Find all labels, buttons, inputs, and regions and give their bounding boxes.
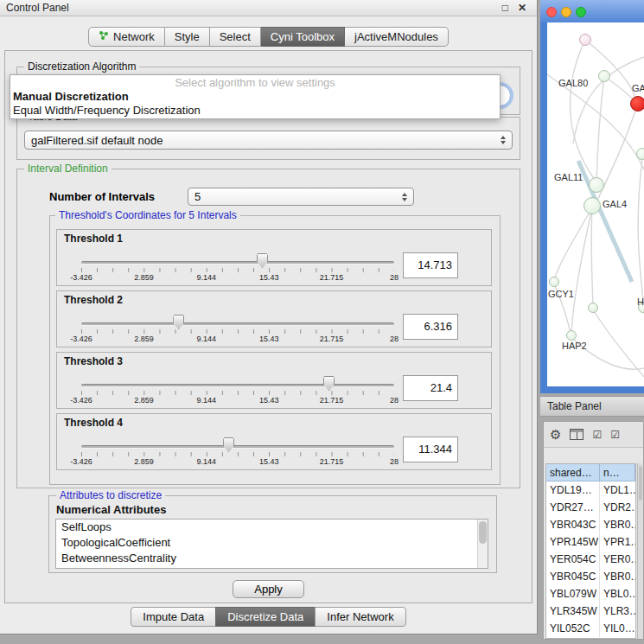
cell: YDL1… [600, 481, 635, 499]
network-node[interactable] [566, 330, 577, 341]
tab-label: Style [175, 30, 200, 43]
table-row[interactable]: YBL079WYBL0… [546, 585, 635, 603]
node-label: H [637, 296, 644, 307]
group-title: Discretization Algorithm [24, 61, 139, 73]
table-data-combobox[interactable]: galFiltered.sif default node [24, 131, 513, 150]
tab-jactivemnodules[interactable]: jActiveMNodules [345, 27, 449, 47]
table-scrollbar[interactable] [637, 463, 643, 639]
slider-track[interactable] [81, 261, 394, 265]
tab-cyni-toolbox[interactable]: Cyni Toolbox [261, 27, 345, 47]
list-item[interactable]: TopologicalCoefficient [56, 535, 488, 551]
scale-label: 2.859 [134, 335, 154, 343]
number-of-intervals-combobox[interactable]: 5 [188, 188, 414, 206]
table-panel-toolbar: ⚙ ☑ ☑ [544, 422, 643, 448]
network-node[interactable] [598, 70, 610, 82]
tab-impute-data[interactable]: Impute Data [131, 607, 216, 627]
scale-label: 2.859 [134, 273, 154, 282]
cell: YBL079W [546, 585, 600, 603]
table-row[interactable]: YDL19…YDL1… [546, 481, 635, 499]
desktop: Control Panel □ ✕ Network Style Select C… [0, 0, 644, 644]
threshold-1-box: Threshold 1 -3.426 2.859 9.144 15.43 21.… [56, 229, 492, 286]
scale-label: -3.426 [70, 457, 92, 466]
cell: YDL19… [546, 481, 600, 499]
checkbox-icon[interactable]: ☑ [610, 429, 620, 441]
threshold-3-value-field[interactable]: 21.4 [403, 375, 458, 401]
close-window-icon[interactable]: ✕ [518, 0, 526, 16]
list-scrollbar[interactable] [477, 520, 488, 568]
table-row[interactable]: YIL052CYIL0… [546, 620, 635, 637]
tab-label: Network [113, 30, 155, 43]
network-node[interactable] [636, 148, 644, 160]
spinner-icon [501, 136, 506, 144]
threshold-2-value-field[interactable]: 6.316 [403, 314, 458, 340]
list-item[interactable]: BetweennessCentrality [56, 551, 488, 566]
close-button[interactable] [546, 7, 557, 17]
slider-ticks [81, 268, 394, 272]
slider-track[interactable] [81, 384, 394, 387]
table-row[interactable]: YPR145WYPR1… [546, 533, 635, 551]
threshold-4-value-field[interactable]: 11.344 [403, 437, 458, 462]
dropdown-hint: Select algorithm to view settings [10, 76, 500, 90]
group-title: Threshold's Coordinates for 5 Intervals [55, 209, 240, 221]
network-icon [99, 30, 109, 43]
network-node[interactable] [583, 197, 601, 214]
dropdown-item-equal-width[interactable]: Equal Width/Frequency Discretization [10, 104, 500, 118]
list-item[interactable]: SelfLoops [56, 520, 488, 535]
table-panel: ⚙ ☑ ☑ shared… n… YDL19…YDL1… YDR27…YDR2…… [543, 421, 644, 640]
cell: YLR3… [600, 603, 635, 620]
cell: YER054C [546, 551, 600, 568]
network-node[interactable] [549, 277, 559, 287]
checkbox-icon[interactable]: ☑ [592, 429, 602, 441]
threshold-1-value-field[interactable]: 14.713 [403, 252, 458, 278]
cell: YBR0… [600, 516, 635, 533]
tab-network[interactable]: Network [88, 27, 165, 47]
slider-track[interactable] [81, 322, 394, 326]
threshold-2-slider: -3.426 2.859 9.144 15.43 21.715 28 [81, 312, 394, 347]
scale-label: 21.715 [320, 396, 344, 405]
network-node[interactable] [579, 34, 591, 46]
slider-ticks [81, 391, 394, 395]
tab-discretize-data[interactable]: Discretize Data [215, 607, 316, 627]
number-of-intervals-label: Number of Intervals [49, 190, 155, 203]
table-row[interactable]: YLR345WYLR3… [546, 603, 635, 620]
cell: YBR043C [546, 516, 600, 533]
float-window-icon[interactable]: □ [502, 0, 508, 16]
tab-select[interactable]: Select [210, 27, 261, 47]
slider-track[interactable] [81, 445, 394, 449]
gear-icon[interactable]: ⚙ [550, 427, 561, 443]
network-node[interactable] [589, 177, 604, 193]
column-header[interactable]: n… [600, 464, 635, 481]
slider-thumb[interactable] [173, 315, 184, 329]
slider-thumb[interactable] [257, 253, 268, 268]
table-header-row: shared… n… [546, 464, 635, 481]
threshold-1-slider: -3.426 2.859 9.144 15.43 21.715 28 [81, 251, 394, 285]
minimize-button[interactable] [561, 7, 571, 17]
zoom-button[interactable] [576, 7, 586, 17]
scale-label: 28 [390, 335, 399, 343]
apply-button[interactable]: Apply [233, 580, 304, 598]
network-canvas[interactable]: GAL80 GAL11 GAL4 GCY1 HAP2 GA H [547, 22, 644, 386]
network-node[interactable] [588, 303, 598, 313]
column-header[interactable]: shared… [546, 464, 600, 481]
tab-infer-network[interactable]: Infer Network [315, 607, 405, 627]
cell: YBR0… [600, 568, 635, 585]
table-row[interactable]: YBR045CYBR0… [546, 568, 635, 585]
table-row[interactable]: YBR043CYBR0… [546, 516, 635, 533]
scale-label: 21.715 [320, 457, 344, 466]
threshold-label: Threshold 1 [64, 233, 123, 245]
scale-label: -3.426 [70, 273, 92, 282]
tab-style[interactable]: Style [165, 27, 210, 47]
slider-thumb[interactable] [323, 376, 335, 391]
slider-thumb[interactable] [223, 437, 234, 452]
columns-icon[interactable] [570, 429, 583, 440]
network-node-selected[interactable] [630, 96, 644, 112]
scale-label: -3.426 [70, 396, 92, 405]
scale-label: 15.43 [259, 335, 279, 343]
table-row[interactable]: YDR27…YDR2… [546, 499, 635, 516]
tab-label: jActiveMNodules [354, 30, 438, 43]
control-panel-titlebar: Control Panel □ ✕ [0, 0, 537, 16]
scale-label: 28 [390, 273, 399, 282]
table-row[interactable]: YER054CYER0… [546, 551, 635, 568]
numerical-attributes-label: Numerical Attributes [56, 503, 166, 516]
dropdown-item-manual-discretization[interactable]: Manual Discretization [10, 90, 500, 104]
